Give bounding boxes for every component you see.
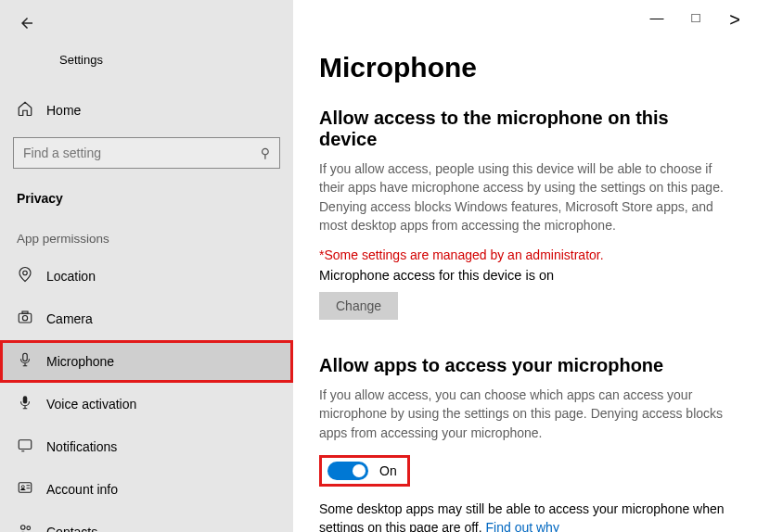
sidebar-item-location[interactable]: Location: [0, 255, 293, 298]
svg-point-8: [21, 486, 24, 488]
sidebar-item-label: Account info: [46, 482, 118, 497]
svg-point-9: [21, 526, 26, 530]
section1-heading: Allow access to the microphone on this d…: [319, 108, 731, 150]
camera-icon: [17, 309, 33, 329]
section2-footer: Some desktop apps may still be able to a…: [319, 500, 727, 532]
section2-body: If you allow access, you can choose whic…: [319, 386, 727, 442]
category-label: Privacy: [0, 184, 293, 232]
sidebar-item-camera[interactable]: Camera: [0, 298, 293, 340]
allow-apps-toggle-row: On: [319, 455, 410, 487]
sidebar-item-label: Contacts: [46, 525, 97, 532]
section-label: App permissions: [0, 232, 293, 255]
search-icon: ⚲: [261, 146, 270, 160]
home-nav[interactable]: Home: [0, 83, 293, 137]
sidebar: Settings Home ⚲ Privacy App permissions …: [0, 0, 293, 532]
page-title: Microphone: [319, 52, 731, 83]
close-button[interactable]: >: [725, 9, 744, 31]
toggle-state-label: On: [379, 463, 397, 478]
home-label: Home: [46, 103, 81, 118]
sidebar-item-label: Microphone: [46, 354, 114, 369]
back-arrow-icon: [19, 15, 35, 32]
svg-point-0: [23, 271, 28, 275]
svg-rect-7: [19, 483, 32, 493]
main-content: — □ > Microphone Allow access to the mic…: [293, 0, 757, 532]
svg-point-10: [27, 526, 31, 530]
back-button[interactable]: [0, 9, 293, 36]
notifications-icon: [17, 437, 33, 457]
sidebar-item-voice-activation[interactable]: Voice activation: [0, 383, 293, 425]
sidebar-item-label: Notifications: [46, 439, 117, 454]
home-icon: [17, 100, 33, 120]
admin-note: *Some settings are managed by an adminis…: [319, 247, 731, 262]
sidebar-item-label: Location: [46, 269, 96, 284]
change-button[interactable]: Change: [319, 292, 398, 320]
sidebar-item-label: Voice activation: [46, 397, 136, 412]
mic-access-status: Microphone access for this device is on: [319, 268, 731, 283]
svg-rect-1: [19, 313, 32, 323]
find-out-why-link[interactable]: Find out why: [486, 520, 559, 532]
location-icon: [17, 266, 33, 286]
search-input-wrap[interactable]: ⚲: [13, 137, 280, 169]
sidebar-item-contacts[interactable]: Contacts: [0, 511, 293, 532]
svg-point-2: [22, 316, 27, 321]
allow-apps-toggle[interactable]: [327, 462, 368, 480]
svg-rect-6: [19, 440, 32, 450]
section2-heading: Allow apps to access your microphone: [319, 355, 731, 376]
svg-rect-4: [23, 353, 28, 361]
window-controls: — □ >: [648, 0, 757, 31]
svg-rect-5: [23, 396, 28, 403]
contacts-icon: [17, 522, 33, 532]
maximize-button[interactable]: □: [686, 9, 705, 31]
sidebar-item-account-info[interactable]: Account info: [0, 468, 293, 511]
voice-icon: [17, 394, 33, 414]
search-input[interactable]: [23, 146, 261, 160]
account-icon: [17, 479, 33, 500]
sidebar-item-label: Camera: [46, 311, 93, 326]
sidebar-item-microphone[interactable]: Microphone: [0, 340, 293, 383]
section1-body: If you allow access, people using this d…: [319, 159, 727, 234]
sidebar-item-notifications[interactable]: Notifications: [0, 425, 293, 468]
window-title: Settings: [59, 53, 103, 67]
microphone-icon: [17, 351, 33, 372]
minimize-button[interactable]: —: [648, 9, 666, 31]
svg-rect-3: [22, 311, 28, 313]
